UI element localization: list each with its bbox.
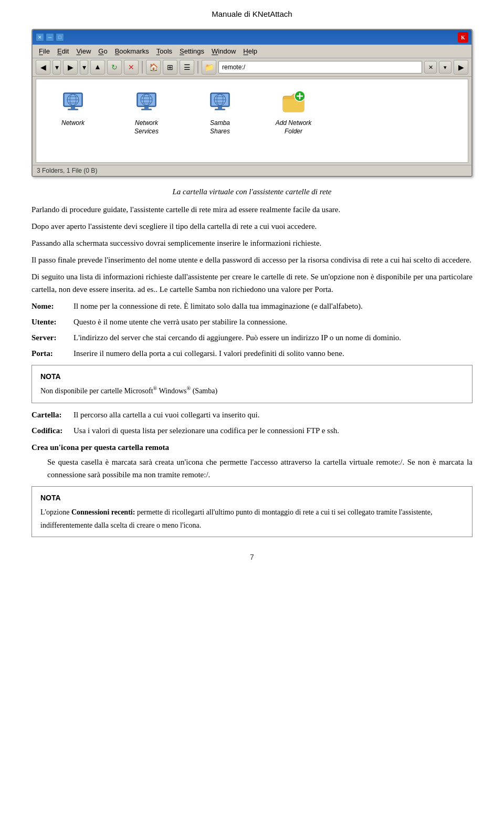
network-icon-label: Network <box>61 119 85 128</box>
stop-button[interactable]: ✕ <box>124 60 139 75</box>
nota-box-2: NOTA L'opzione Connessioni recenti: perm… <box>32 486 472 537</box>
titlebar: ✕ ─ □ K <box>33 30 471 45</box>
def-server: Server: L'indirizzo del server che stai … <box>32 331 472 344</box>
address-go[interactable]: ▾ <box>439 61 452 74</box>
page-footer: 7 <box>32 553 472 561</box>
paragraph-5: Di seguito una lista di informazioni ric… <box>32 270 472 296</box>
term-codifica: Codifica: <box>32 424 74 437</box>
add-folder-icon-img <box>281 90 306 115</box>
titlebar-btn-close[interactable]: ✕ <box>36 33 44 41</box>
section-title: La cartella virtuale con l'assistente ca… <box>32 185 472 198</box>
back-button[interactable]: ◀ <box>36 60 50 75</box>
desc-porta: Inserire il numero della porta a cui col… <box>74 347 472 360</box>
def-utente: Utente: Questo è il nome utente che verr… <box>32 316 472 328</box>
paragraph-2: Dopo aver aperto l'assistente devi scegl… <box>32 220 472 233</box>
list-view-button[interactable]: ☰ <box>180 60 194 75</box>
nota2-title: NOTA <box>40 492 464 504</box>
statusbar: 3 Folders, 1 File (0 B) <box>33 165 471 176</box>
svg-rect-8 <box>68 109 78 110</box>
nota-box-1: NOTA Non disponibile per cartelle Micros… <box>32 365 472 403</box>
toolbar: ◀ ▾ ▶ ▾ ▲ ↻ ✕ 🏠 ⊞ ☰ 📁 ✕ ▾ ▶ <box>33 58 471 77</box>
crea-text: Se questa casella è marcata sarà creata … <box>47 456 472 481</box>
menu-bookmarks[interactable]: Bookmarks <box>112 46 152 56</box>
def-porta: Porta: Inserire il numero della porta a … <box>32 347 472 360</box>
term-nome: Nome: <box>32 300 74 312</box>
paragraph-4: Il passo finale prevede l'inserimento de… <box>32 254 472 266</box>
menu-go[interactable]: Go <box>95 46 110 56</box>
up-button[interactable]: ▲ <box>90 60 105 75</box>
samba-icon-label: SambaShares <box>210 119 230 135</box>
nota2-text: L'opzione Connessioni recenti: permette … <box>40 508 432 529</box>
menu-view[interactable]: View <box>73 46 94 56</box>
term-server: Server: <box>32 331 74 344</box>
menu-settings[interactable]: Settings <box>176 46 207 56</box>
paragraph-1: Parlando di procedure guidate, l'assiste… <box>32 203 472 216</box>
paragraph-3: Passando alla schermata successivo dovra… <box>32 237 472 249</box>
icon-network-services[interactable]: NetworkServices <box>125 90 167 135</box>
desc-nome: Il nome per la connessione di rete. È li… <box>74 300 472 312</box>
svg-rect-26 <box>215 109 225 110</box>
menu-tools[interactable]: Tools <box>153 46 175 56</box>
samba-icon-img <box>207 90 233 115</box>
address-input[interactable] <box>218 61 422 74</box>
network-icon-img <box>60 90 86 115</box>
svg-rect-16 <box>144 107 149 109</box>
icon-network[interactable]: Network <box>52 90 94 128</box>
term-cartella: Cartella: <box>32 408 74 421</box>
desc-codifica: Usa i valori di questa lista per selezio… <box>74 424 472 437</box>
titlebar-btn-minimize[interactable]: ─ <box>46 33 54 41</box>
add-folder-icon-label: Add NetworkFolder <box>276 119 312 135</box>
network-services-icon-label: NetworkServices <box>134 119 159 135</box>
nota1-text: Non disponibile per cartelle Microsoft® … <box>40 387 217 395</box>
svg-rect-25 <box>218 107 222 109</box>
forward-button[interactable]: ▶ <box>63 60 78 75</box>
page-title: Manuale di KNetAttach <box>32 0 472 24</box>
forward-dropdown[interactable]: ▾ <box>80 60 88 75</box>
desc-server: L'indirizzo del server che stai cercando… <box>74 331 472 344</box>
menu-window[interactable]: Window <box>208 46 239 56</box>
term-porta: Porta: <box>32 347 74 360</box>
def-cartella: Cartella: Il percorso alla cartella a cu… <box>32 408 472 421</box>
svg-rect-17 <box>141 109 152 110</box>
icon-samba-shares[interactable]: SambaShares <box>199 90 241 135</box>
network-services-icon-img <box>134 90 159 115</box>
address-go-btn[interactable]: ▶ <box>454 60 468 75</box>
address-clear[interactable]: ✕ <box>424 61 437 74</box>
menu-help[interactable]: Help <box>240 46 260 56</box>
def-nome: Nome: Il nome per la connessione di rete… <box>32 300 472 312</box>
home-button[interactable]: 🏠 <box>146 60 161 75</box>
desc-utente: Questo è il nome utente che verrà usato … <box>74 316 472 328</box>
kde-window: ✕ ─ □ K File Edit View Go Bookmarks Tool… <box>32 29 472 177</box>
desc-cartella: Il percorso alla cartella a cui vuoi col… <box>74 408 472 421</box>
icon-add-network-folder[interactable]: Add NetworkFolder <box>272 90 314 135</box>
nota1-title: NOTA <box>40 371 464 382</box>
file-view: Network NetworkServices <box>36 79 468 163</box>
titlebar-btn-maximize[interactable]: □ <box>56 33 64 41</box>
toolbar-separator1 <box>142 61 143 74</box>
grid-view-button[interactable]: ⊞ <box>163 60 177 75</box>
kde-logo: K <box>458 32 468 43</box>
menu-file[interactable]: File <box>36 46 53 56</box>
titlebar-buttons: ✕ ─ □ <box>36 33 64 41</box>
toolbar-separator2 <box>197 61 198 74</box>
svg-rect-7 <box>71 107 75 109</box>
folder-icon: 📁 <box>202 60 216 75</box>
term-utente: Utente: <box>32 316 74 328</box>
crea-heading: Crea un'icona per questa cartella remota <box>32 441 472 454</box>
back-dropdown[interactable]: ▾ <box>52 60 61 75</box>
def-codifica: Codifica: Usa i valori di questa lista p… <box>32 424 472 437</box>
document-body: La cartella virtuale con l'assistente ca… <box>32 185 472 537</box>
reload-button[interactable]: ↻ <box>107 60 122 75</box>
address-bar: 📁 ✕ ▾ ▶ <box>202 60 468 75</box>
menubar: File Edit View Go Bookmarks Tools Settin… <box>33 45 471 58</box>
menu-edit[interactable]: Edit <box>54 46 72 56</box>
